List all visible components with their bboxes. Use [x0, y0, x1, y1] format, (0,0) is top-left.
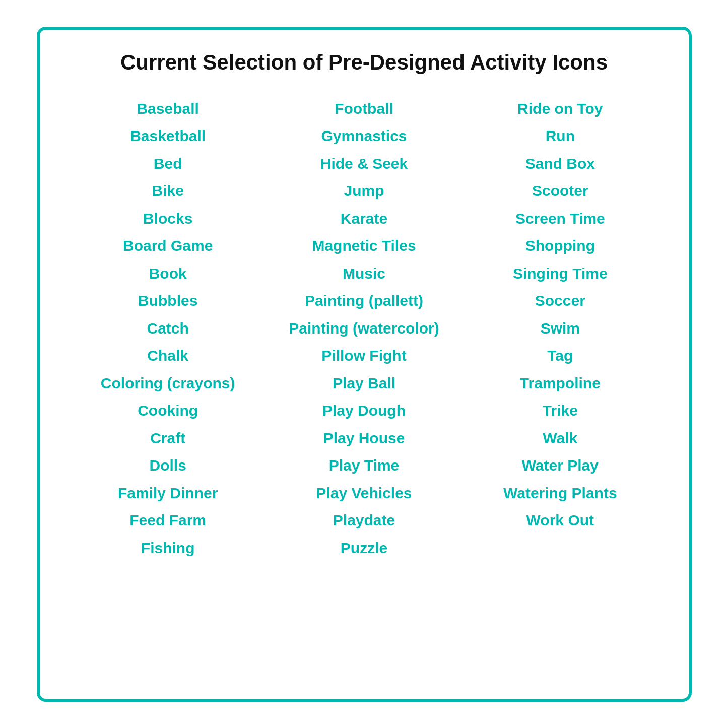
list-item: Dolls	[149, 452, 186, 480]
list-item: Basketball	[130, 122, 206, 150]
list-item: Music	[343, 260, 385, 288]
list-item: Playdate	[333, 507, 395, 535]
list-item: Shopping	[525, 232, 595, 260]
list-item: Play Ball	[333, 370, 395, 398]
list-item: Work Out	[526, 507, 594, 535]
list-item: Screen Time	[515, 205, 605, 233]
list-item: Bike	[152, 177, 183, 205]
list-item: Bed	[154, 150, 182, 178]
list-item: Football	[335, 95, 393, 123]
list-item: Swim	[541, 315, 580, 343]
list-item: Pillow Fight	[321, 342, 406, 370]
column-3: Ride on ToyRunSand BoxScooterScreen Time…	[462, 95, 658, 679]
list-item: Bubbles	[138, 287, 197, 315]
list-item: Cooking	[138, 397, 198, 425]
list-item: Puzzle	[341, 535, 387, 562]
list-item: Jump	[344, 177, 384, 205]
list-item: Play Dough	[322, 397, 406, 425]
list-item: Catch	[147, 315, 188, 343]
list-item: Magnetic Tiles	[312, 232, 416, 260]
list-item: Painting (pallett)	[305, 287, 423, 315]
list-item: Chalk	[147, 342, 188, 370]
main-card: Current Selection of Pre-Designed Activi…	[37, 27, 692, 702]
list-item: Painting (watercolor)	[289, 315, 439, 343]
list-item: Fishing	[141, 535, 195, 562]
list-item: Karate	[341, 205, 387, 233]
list-item: Singing Time	[513, 260, 608, 288]
list-item: Book	[149, 260, 187, 288]
list-item: Board Game	[123, 232, 213, 260]
list-item: Gymnastics	[321, 122, 407, 150]
list-item: Scooter	[532, 177, 588, 205]
list-item: Soccer	[535, 287, 585, 315]
list-item: Tag	[547, 342, 573, 370]
list-item: Feed Farm	[129, 507, 206, 535]
column-2: FootballGymnasticsHide & SeekJumpKarateM…	[266, 95, 462, 679]
list-item: Play House	[323, 425, 405, 452]
list-item: Run	[546, 122, 575, 150]
list-item: Family Dinner	[118, 480, 218, 507]
list-item: Sand Box	[525, 150, 595, 178]
columns-container: BaseballBasketballBedBikeBlocksBoard Gam…	[70, 95, 658, 679]
list-item: Blocks	[143, 205, 192, 233]
list-item: Coloring (crayons)	[101, 370, 235, 398]
page-title: Current Selection of Pre-Designed Activi…	[120, 50, 608, 75]
list-item: Play Time	[329, 452, 400, 480]
list-item: Trampoline	[520, 370, 601, 398]
column-1: BaseballBasketballBedBikeBlocksBoard Gam…	[70, 95, 266, 679]
list-item: Hide & Seek	[320, 150, 408, 178]
list-item: Trike	[543, 397, 578, 425]
list-item: Craft	[150, 425, 185, 452]
list-item: Play Vehicles	[316, 480, 412, 507]
list-item: Walk	[543, 425, 577, 452]
list-item: Baseball	[137, 95, 198, 123]
list-item: Watering Plants	[503, 480, 617, 507]
list-item: Water Play	[522, 452, 599, 480]
list-item: Ride on Toy	[517, 95, 603, 123]
